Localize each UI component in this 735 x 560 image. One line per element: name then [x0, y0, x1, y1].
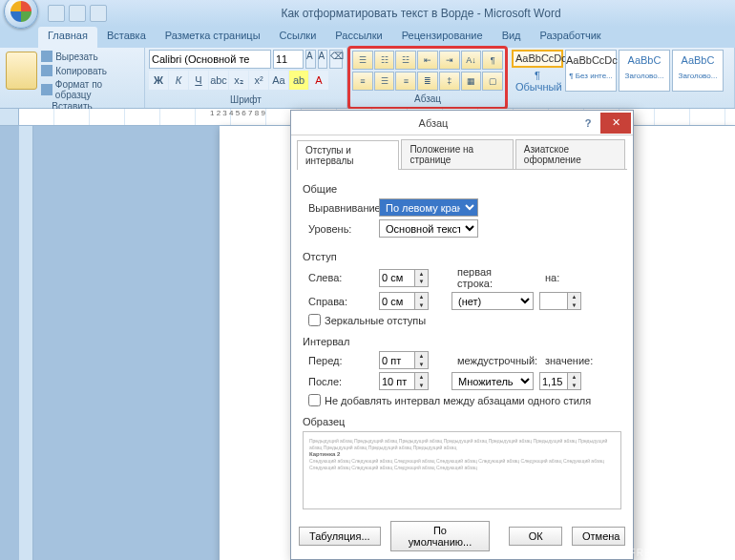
indent-right-button[interactable]: ⇥ [439, 51, 460, 70]
copy-icon [41, 65, 52, 76]
style-nospacing[interactable]: AaBbCcDc¶ Без инте... [565, 50, 617, 92]
change-case-button[interactable]: Aa [269, 71, 288, 90]
tab-developer[interactable]: Разработчик [531, 27, 611, 48]
copy-label: Копировать [55, 66, 107, 76]
indent-by-label: на: [545, 272, 559, 283]
office-button[interactable] [4, 0, 38, 29]
dialog-title: Абзац [291, 117, 576, 129]
align-right-button[interactable]: ≡ [395, 72, 416, 91]
outline-level-label: Уровень: [303, 223, 373, 235]
space-after-label: После: [303, 376, 373, 387]
tab-insert[interactable]: Вставка [97, 27, 156, 48]
preview-header: Образец [303, 416, 621, 427]
align-left-button[interactable]: ≡ [352, 72, 373, 91]
qat-redo-icon[interactable] [90, 5, 107, 22]
bullet-list-button[interactable]: ☰ [352, 51, 373, 70]
style-heading1[interactable]: AaBbCЗаголово... [619, 50, 670, 92]
bold-button[interactable]: Ж [149, 71, 168, 90]
qat-save-icon[interactable] [48, 5, 65, 22]
group-clipboard: Вырезать Копировать Формат по образцу Вс… [0, 48, 145, 108]
ok-button[interactable]: ОК [509, 527, 562, 546]
clear-format-button[interactable]: ⌫ [329, 50, 343, 69]
format-painter-button[interactable]: Формат по образцу [39, 78, 140, 101]
dialog-help-button[interactable]: ? [576, 117, 600, 129]
alignment-select[interactable]: По левому краю [379, 198, 478, 217]
qat-undo-icon[interactable] [69, 5, 86, 22]
sort-button[interactable]: A↓ [461, 51, 482, 70]
ruler-corner [0, 109, 19, 125]
general-header: Общие [303, 183, 621, 195]
font-family-combo[interactable] [149, 50, 271, 69]
scissors-icon [41, 51, 52, 62]
line-spacing-select[interactable]: Множитель [452, 372, 534, 390]
watermark: FREE-OFFICE.NET [630, 548, 729, 558]
space-before-spinner[interactable]: ▲▼ [379, 351, 429, 369]
show-marks-button[interactable]: ¶ [482, 51, 503, 70]
style-heading2[interactable]: AaBbCЗаголово... [672, 50, 724, 92]
superscript-button[interactable]: x² [249, 71, 268, 90]
indent-right-label: Справа: [303, 296, 373, 307]
first-line-select[interactable]: (нет) [452, 292, 534, 310]
tab-references[interactable]: Ссылки [270, 27, 326, 48]
cut-label: Вырезать [55, 52, 97, 62]
align-center-button[interactable]: ☰ [374, 72, 395, 91]
shrink-font-button[interactable]: A [318, 50, 328, 69]
highlight-button[interactable]: ab [289, 71, 308, 90]
borders-button[interactable]: ▢ [482, 72, 503, 91]
dialog-close-button[interactable]: ✕ [600, 113, 631, 134]
dialog-tab-asian[interactable]: Азиатское оформление [515, 139, 625, 169]
multilevel-list-button[interactable]: ☳ [395, 51, 416, 70]
paragraph-dialog: Абзац ? ✕ Отступы и интервалы Положение … [290, 110, 634, 560]
indent-left-label: Слева: [303, 272, 373, 283]
indent-left-spinner[interactable]: ▲▼ [379, 269, 429, 287]
font-group-label: Шрифт [149, 93, 343, 106]
style-normal[interactable]: AaBbCcDc¶ Обычный [512, 50, 563, 68]
underline-button[interactable]: Ч [189, 71, 208, 90]
italic-button[interactable]: К [169, 71, 188, 90]
shading-button[interactable]: ▦ [461, 72, 482, 91]
preview-box: Предыдущий абзац Предыдущий абзац Предыд… [303, 431, 621, 509]
brush-icon [41, 84, 52, 95]
tab-mailings[interactable]: Рассылки [326, 27, 391, 48]
grow-font-button[interactable]: A [305, 50, 316, 69]
ribbon-tabs: Главная Вставка Разметка страницы Ссылки… [0, 27, 735, 48]
spacing-header: Интервал [303, 336, 621, 347]
tabs-button[interactable]: Табуляция... [299, 527, 381, 546]
indent-header: Отступ [303, 251, 621, 262]
space-before-label: Перед: [303, 355, 373, 366]
tab-review[interactable]: Рецензирование [392, 27, 493, 48]
group-styles: AaBbCcDc¶ Обычный AaBbCcDc¶ Без инте... … [508, 48, 735, 108]
dialog-tab-indents[interactable]: Отступы и интервалы [297, 140, 399, 170]
cut-button[interactable]: Вырезать [39, 50, 140, 63]
align-justify-button[interactable]: ≣ [417, 72, 438, 91]
cancel-button[interactable]: Отмена [572, 527, 625, 546]
tab-view[interactable]: Вид [493, 27, 531, 48]
mirror-indents-checkbox[interactable]: Зеркальные отступы [303, 314, 621, 326]
number-list-button[interactable]: ☷ [374, 51, 395, 70]
strike-button[interactable]: abc [209, 71, 228, 90]
subscript-button[interactable]: x₂ [229, 71, 248, 90]
font-color-button[interactable]: A [309, 71, 328, 90]
window-title: Как отформатировать текст в Ворде - Micr… [107, 7, 735, 20]
dialog-tab-pageflow[interactable]: Положение на странице [401, 139, 513, 169]
indent-left-button[interactable]: ⇤ [417, 51, 438, 70]
alignment-label: Выравнивание: [303, 202, 373, 214]
indent-right-spinner[interactable]: ▲▼ [379, 292, 429, 310]
no-space-between-checkbox[interactable]: Не добавлять интервал между абзацами одн… [303, 394, 621, 406]
space-after-spinner[interactable]: ▲▼ [379, 372, 429, 390]
indent-by-spinner[interactable]: ▲▼ [539, 292, 581, 310]
font-size-combo[interactable] [273, 50, 304, 69]
copy-button[interactable]: Копировать [39, 64, 140, 77]
set-default-button[interactable]: По умолчанию... [390, 521, 491, 551]
spacing-at-spinner[interactable]: ▲▼ [539, 372, 581, 390]
spacing-at-label: значение: [545, 355, 593, 366]
line-spacing-label: междустрочный: [452, 355, 526, 366]
first-line-label: первая строка: [452, 266, 526, 289]
ribbon: Вырезать Копировать Формат по образцу Вс… [0, 48, 735, 109]
tab-layout[interactable]: Разметка страницы [156, 27, 270, 48]
tab-home[interactable]: Главная [38, 27, 97, 48]
outline-level-select[interactable]: Основной текст [379, 219, 478, 238]
paragraph-group-label: Абзац [352, 93, 503, 105]
paste-icon[interactable] [6, 52, 37, 90]
line-spacing-button[interactable]: ‡ [439, 72, 460, 91]
